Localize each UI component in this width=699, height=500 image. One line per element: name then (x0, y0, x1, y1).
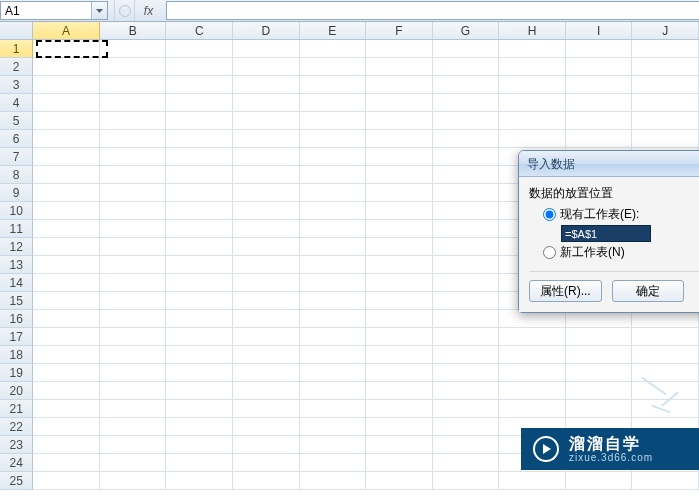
cell[interactable] (233, 76, 300, 94)
radio-existing-worksheet[interactable]: 现有工作表(E): (543, 206, 699, 223)
cell[interactable] (366, 454, 433, 472)
existing-cell-ref-input[interactable] (561, 225, 651, 242)
cell[interactable] (166, 238, 233, 256)
cell[interactable] (233, 274, 300, 292)
cell[interactable] (433, 76, 500, 94)
cell[interactable] (233, 202, 300, 220)
cell[interactable] (166, 130, 233, 148)
cell[interactable] (433, 274, 500, 292)
cell[interactable] (366, 382, 433, 400)
cell[interactable] (233, 220, 300, 238)
cell[interactable] (366, 166, 433, 184)
cell[interactable] (233, 112, 300, 130)
cell[interactable] (300, 184, 367, 202)
cell[interactable] (33, 202, 100, 220)
cell[interactable] (433, 256, 500, 274)
row-header[interactable]: 3 (0, 76, 33, 94)
cell[interactable] (300, 400, 367, 418)
cell[interactable] (33, 256, 100, 274)
cell[interactable] (566, 76, 633, 94)
cell[interactable] (100, 220, 167, 238)
name-box-dropdown[interactable] (91, 2, 107, 19)
cell[interactable] (33, 40, 100, 58)
cell[interactable] (366, 310, 433, 328)
cell[interactable] (33, 220, 100, 238)
cell[interactable] (366, 130, 433, 148)
cell[interactable] (100, 292, 167, 310)
cell[interactable] (300, 148, 367, 166)
column-header[interactable]: H (499, 22, 566, 39)
cell[interactable] (433, 94, 500, 112)
cell[interactable] (100, 436, 167, 454)
cell[interactable] (100, 58, 167, 76)
cell[interactable] (632, 58, 699, 76)
cell[interactable] (566, 40, 633, 58)
cell[interactable] (33, 184, 100, 202)
row-header[interactable]: 25 (0, 472, 33, 490)
cell[interactable] (33, 382, 100, 400)
cell[interactable] (433, 310, 500, 328)
cell[interactable] (566, 346, 633, 364)
cell[interactable] (433, 40, 500, 58)
cell[interactable] (366, 40, 433, 58)
fx-label[interactable]: fx (134, 0, 162, 21)
cell[interactable] (33, 274, 100, 292)
row-header[interactable]: 23 (0, 436, 33, 454)
cell[interactable] (566, 130, 633, 148)
cell[interactable] (499, 58, 566, 76)
cell[interactable] (100, 418, 167, 436)
column-header[interactable]: E (300, 22, 367, 39)
cell[interactable] (166, 76, 233, 94)
row-header[interactable]: 9 (0, 184, 33, 202)
cell[interactable] (100, 40, 167, 58)
column-header[interactable]: J (632, 22, 699, 39)
cell[interactable] (433, 382, 500, 400)
cell[interactable] (300, 454, 367, 472)
properties-button[interactable]: 属性(R)... (529, 280, 602, 302)
cell[interactable] (166, 346, 233, 364)
cell[interactable] (566, 328, 633, 346)
cell[interactable] (233, 148, 300, 166)
cell[interactable] (166, 436, 233, 454)
cell[interactable] (300, 94, 367, 112)
cell[interactable] (366, 328, 433, 346)
column-header[interactable]: A (33, 22, 100, 39)
cell[interactable] (300, 328, 367, 346)
cell[interactable] (33, 328, 100, 346)
cell[interactable] (366, 346, 433, 364)
cell[interactable] (566, 58, 633, 76)
cell[interactable] (366, 202, 433, 220)
cell[interactable] (499, 130, 566, 148)
cell[interactable] (166, 364, 233, 382)
cell[interactable] (366, 436, 433, 454)
cell[interactable] (233, 418, 300, 436)
cell[interactable] (33, 166, 100, 184)
cell[interactable] (433, 148, 500, 166)
cell[interactable] (233, 310, 300, 328)
cell[interactable] (233, 382, 300, 400)
cell[interactable] (566, 382, 633, 400)
cell[interactable] (632, 346, 699, 364)
cell[interactable] (566, 364, 633, 382)
cell[interactable] (33, 130, 100, 148)
cell[interactable] (233, 58, 300, 76)
cell[interactable] (433, 112, 500, 130)
cell[interactable] (632, 94, 699, 112)
cell[interactable] (300, 382, 367, 400)
cell[interactable] (166, 274, 233, 292)
cell[interactable] (566, 94, 633, 112)
cell[interactable] (499, 400, 566, 418)
cell[interactable] (300, 418, 367, 436)
cell[interactable] (33, 94, 100, 112)
radio-existing-input[interactable] (543, 208, 556, 221)
cell[interactable] (233, 472, 300, 490)
cell[interactable] (100, 364, 167, 382)
cell[interactable] (100, 238, 167, 256)
cell[interactable] (433, 238, 500, 256)
row-header[interactable]: 2 (0, 58, 33, 76)
cell[interactable] (300, 310, 367, 328)
row-header[interactable]: 21 (0, 400, 33, 418)
row-header[interactable]: 13 (0, 256, 33, 274)
cell[interactable] (499, 112, 566, 130)
cell[interactable] (166, 58, 233, 76)
